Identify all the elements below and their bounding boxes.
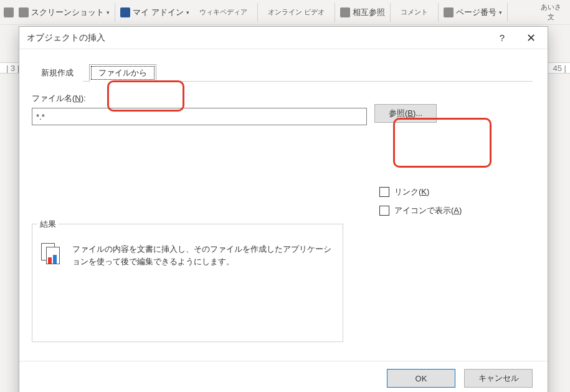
separator bbox=[335, 3, 335, 22]
pagenum-label: ページ番号 bbox=[456, 7, 496, 18]
result-description: ファイルの内容を文書に挿入し、そのファイルを作成したアプリケーションを使って後で… bbox=[72, 243, 334, 267]
icon-label: アイコンで表示(A) bbox=[394, 205, 462, 216]
aisatsu-label: あいさ bbox=[541, 3, 561, 11]
pagenum-button[interactable]: ページ番号 ▾ bbox=[444, 7, 502, 18]
dialog-footer: OK キャンセル bbox=[19, 361, 548, 392]
comment-label: コメント bbox=[401, 8, 428, 16]
filename-label: ファイル名(N): bbox=[32, 93, 367, 104]
separator bbox=[257, 3, 258, 22]
browse-button[interactable]: 参照(B)... bbox=[374, 104, 437, 123]
link-label: リンク(K) bbox=[394, 186, 429, 198]
bun-label: 文 bbox=[548, 13, 554, 21]
ok-button[interactable]: OK bbox=[387, 369, 455, 388]
separator bbox=[115, 3, 115, 22]
tab-file-label: ファイルから bbox=[98, 67, 147, 79]
tab-new-label: 新規作成 bbox=[41, 67, 74, 79]
filename-input[interactable] bbox=[32, 108, 367, 125]
wiki-button[interactable]: ウィキペディア bbox=[194, 8, 252, 16]
ribbon: スクリーンショット ▾ マイ アドイン ▾ ウィキペディア オンライン ビデオ … bbox=[0, 0, 570, 25]
result-icon bbox=[41, 243, 64, 265]
dialog-body: 新規作成 ファイルから ファイル名(N): 参照(B)... リ bbox=[19, 49, 548, 352]
filename-row: ファイル名(N): 参照(B)... bbox=[32, 93, 533, 125]
tab-new[interactable]: 新規作成 bbox=[32, 64, 83, 82]
help-button[interactable]: ? bbox=[488, 28, 516, 48]
cancel-button[interactable]: キャンセル bbox=[464, 369, 533, 388]
checkbox-icon bbox=[379, 187, 389, 197]
ribbon-right: あいさ 文 bbox=[536, 3, 566, 21]
onlinevideo-button[interactable]: オンライン ビデオ bbox=[263, 8, 330, 16]
close-button[interactable]: ✕ bbox=[516, 28, 545, 48]
placeholder-icon bbox=[4, 7, 14, 17]
link-checkbox[interactable]: リンク(K) bbox=[379, 186, 533, 198]
ribbon-item[interactable] bbox=[4, 7, 14, 17]
chevron-down-icon: ▾ bbox=[186, 9, 189, 16]
insert-object-dialog: オブジェクトの挿入 ? ✕ 新規作成 ファイルから ファイル名(N): 参照(B… bbox=[19, 26, 548, 392]
addin-icon bbox=[120, 7, 130, 17]
display-as-icon-checkbox[interactable]: アイコンで表示(A) bbox=[379, 205, 533, 216]
comment-button[interactable]: コメント bbox=[396, 8, 433, 16]
separator bbox=[507, 3, 508, 22]
crossref-button[interactable]: 相互参照 bbox=[340, 7, 385, 18]
result-groupbox: 結果 ファイルの内容を文書に挿入し、そのファイルを作成したアプリケーションを使っ… bbox=[32, 224, 343, 342]
separator bbox=[390, 3, 391, 22]
checkbox-icon bbox=[379, 206, 389, 216]
tab-from-file[interactable]: ファイルから bbox=[89, 64, 156, 82]
checkbox-column: リンク(K) アイコンで表示(A) bbox=[379, 186, 533, 216]
chevron-down-icon: ▾ bbox=[499, 9, 502, 16]
chevron-down-icon: ▾ bbox=[107, 9, 110, 16]
myaddin-label: マイ アドイン bbox=[133, 7, 184, 18]
myaddin-button[interactable]: マイ アドイン ▾ bbox=[120, 7, 189, 18]
aisatsu-button[interactable]: あいさ 文 bbox=[536, 3, 566, 21]
screenshot-button[interactable]: スクリーンショット ▾ bbox=[19, 7, 110, 18]
crossref-label: 相互参照 bbox=[353, 7, 385, 18]
tabstrip: 新規作成 ファイルから bbox=[32, 60, 533, 82]
crossref-icon bbox=[340, 7, 350, 17]
dialog-title: オブジェクトの挿入 bbox=[27, 32, 488, 44]
ruler-right: 45 | bbox=[553, 64, 570, 73]
result-legend: 結果 bbox=[37, 219, 59, 230]
screenshot-label: スクリーンショット bbox=[31, 7, 104, 18]
screenshot-icon bbox=[19, 7, 29, 17]
pagenum-icon bbox=[444, 7, 454, 17]
titlebar: オブジェクトの挿入 ? ✕ bbox=[19, 27, 548, 49]
onlinevideo-label: オンライン ビデオ bbox=[268, 8, 325, 16]
wiki-label: ウィキペディア bbox=[199, 8, 247, 16]
separator bbox=[438, 3, 439, 22]
